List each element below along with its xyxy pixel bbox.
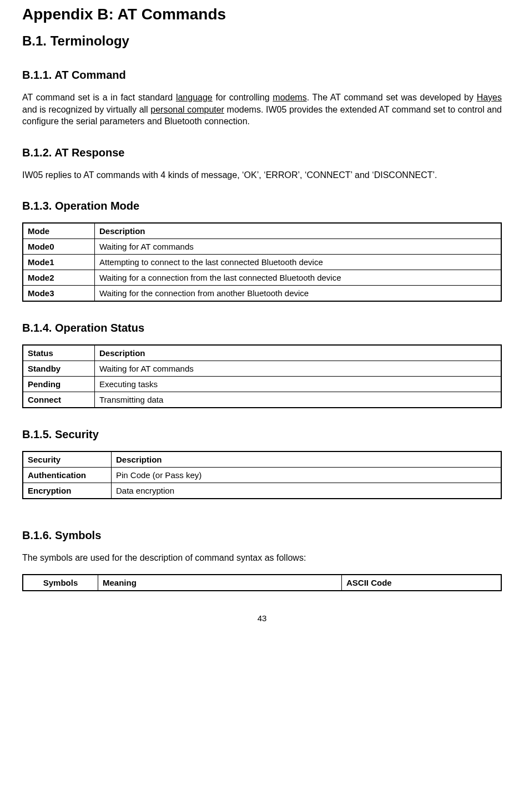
operation-status-table: Status Description Standby Waiting for A…: [22, 344, 502, 408]
cell-description: Executing tasks: [95, 377, 502, 392]
section-b15-heading: B.1.5. Security: [22, 428, 502, 441]
cell-mode: Mode3: [23, 286, 95, 302]
text-fragment: and is recognized by virtually all: [22, 105, 150, 114]
symbols-table: Symbols Meaning ASCII Code: [22, 574, 502, 591]
cell-description: Data encryption: [112, 483, 502, 499]
section-b14-heading: B.1.4. Operation Status: [22, 322, 502, 334]
section-b16-paragraph: The symbols are used for the description…: [22, 552, 502, 564]
cell-mode: Mode2: [23, 270, 95, 286]
cell-security: Authentication: [23, 468, 112, 483]
cell-mode: Mode0: [23, 239, 95, 255]
table-header-status: Status: [23, 345, 95, 361]
cell-description: Waiting for the connection from another …: [95, 286, 502, 302]
table-header-row: Status Description: [23, 345, 501, 361]
table-row: Mode3 Waiting for the connection from an…: [23, 286, 501, 302]
table-header-description: Description: [112, 451, 502, 468]
cell-status: Standby: [23, 361, 95, 377]
section-b1-heading: B.1. Terminology: [22, 33, 502, 49]
table-row: Connect Transmitting data: [23, 392, 501, 408]
section-b13-heading: B.1.3. Operation Mode: [22, 200, 502, 212]
security-table: Security Description Authentication Pin …: [22, 451, 502, 499]
appendix-title: Appendix B: AT Commands: [22, 6, 502, 23]
section-b12-paragraph: IW05 replies to AT commands with 4 kinds…: [22, 169, 502, 181]
cell-description: Attempting to connect to the last connec…: [95, 255, 502, 270]
table-row: Mode0 Waiting for AT commands: [23, 239, 501, 255]
table-header-ascii: ASCII Code: [342, 575, 502, 591]
section-b12-heading: B.1.2. AT Response: [22, 146, 502, 159]
text-fragment: for controlling: [213, 93, 273, 102]
cell-status: Pending: [23, 377, 95, 392]
table-row: Standby Waiting for AT commands: [23, 361, 501, 377]
table-header-meaning: Meaning: [98, 575, 342, 591]
table-header-row: Symbols Meaning ASCII Code: [23, 575, 501, 591]
cell-mode: Mode1: [23, 255, 95, 270]
table-header-description: Description: [95, 345, 502, 361]
cell-description: Waiting for a connection from the last c…: [95, 270, 502, 286]
operation-mode-table: Mode Description Mode0 Waiting for AT co…: [22, 222, 502, 302]
cell-description: Pin Code (or Pass key): [112, 468, 502, 483]
table-row: Authentication Pin Code (or Pass key): [23, 468, 501, 483]
link-modems[interactable]: modems: [273, 93, 306, 102]
table-row: Encryption Data encryption: [23, 483, 501, 499]
cell-description: Transmitting data: [95, 392, 502, 408]
document-page: Appendix B: AT Commands B.1. Terminology…: [0, 6, 524, 640]
table-row: Mode2 Waiting for a connection from the …: [23, 270, 501, 286]
table-header-mode: Mode: [23, 223, 95, 239]
section-b16-heading: B.1.6. Symbols: [22, 529, 502, 542]
table-header-description: Description: [95, 223, 502, 239]
table-header-symbols: Symbols: [23, 575, 98, 591]
section-b11-paragraph: AT command set is a in fact standard lan…: [22, 92, 502, 128]
text-fragment: . The AT command set was developed by: [307, 93, 477, 102]
cell-security: Encryption: [23, 483, 112, 499]
table-header-security: Security: [23, 451, 112, 468]
table-row: Pending Executing tasks: [23, 377, 501, 392]
link-personal-computer[interactable]: personal computer: [150, 105, 224, 114]
table-row: Mode1 Attempting to connect to the last …: [23, 255, 501, 270]
cell-status: Connect: [23, 392, 95, 408]
section-b11-heading: B.1.1. AT Command: [22, 69, 502, 82]
link-language[interactable]: language: [176, 93, 213, 102]
text-fragment: AT command set is a in fact standard: [22, 93, 176, 102]
cell-description: Waiting for AT commands: [95, 361, 502, 377]
table-header-row: Mode Description: [23, 223, 501, 239]
table-header-row: Security Description: [23, 451, 501, 468]
cell-description: Waiting for AT commands: [95, 239, 502, 255]
link-hayes[interactable]: Hayes: [477, 93, 502, 102]
page-number: 43: [22, 613, 502, 623]
